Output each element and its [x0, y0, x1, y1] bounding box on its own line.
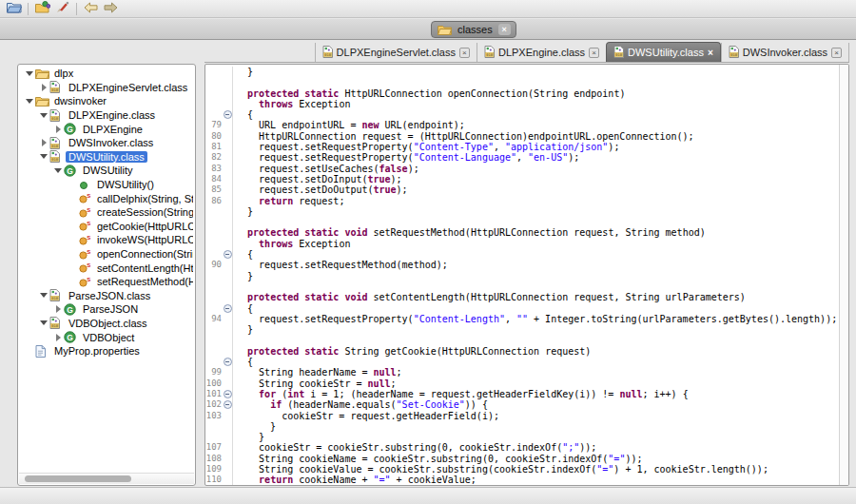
close-icon[interactable]: × [459, 48, 470, 58]
code-line: { [205, 249, 839, 260]
svg-text:010: 010 [324, 51, 332, 56]
code-text: String cookieName = cookieStr.substring(… [233, 454, 642, 464]
tree-item-label: getCookie(HttpURLCon [94, 221, 193, 232]
expand-arrow-icon[interactable] [38, 139, 49, 146]
code-text: protected static void setContentLength(H… [233, 292, 746, 302]
static-method-icon: S [78, 192, 92, 204]
svg-text:010: 010 [51, 87, 59, 92]
tree-horizontal-scrollbar[interactable] [19, 473, 194, 484]
fold-gutter [223, 442, 233, 453]
expand-arrow-icon[interactable] [52, 126, 64, 133]
scrollbar-thumb[interactable] [25, 475, 131, 482]
code-line: } [205, 271, 839, 281]
back-icon [84, 2, 98, 16]
collapse-arrow-icon[interactable] [24, 99, 35, 104]
expand-arrow-icon[interactable] [38, 84, 49, 91]
main-tab-label: classes [457, 24, 493, 35]
tree-item-dwsutility[interactable]: GDWSUtility [18, 164, 193, 178]
collapse-arrow-icon[interactable] [24, 71, 35, 76]
tree-item-dwsutility-[interactable]: DWSUtility() [18, 178, 193, 192]
close-icon[interactable]: × [708, 48, 713, 58]
class-file-icon: 010 [49, 289, 64, 301]
editor-tab-label: DLPXEngineServlet.class [337, 47, 456, 58]
editor-vertical-scrollbar[interactable] [839, 65, 848, 485]
tree-item-openconnection-string-[interactable]: SopenConnection(String) [18, 247, 193, 262]
class-icon: G [64, 165, 78, 177]
tree-item-label: MyProp.properties [51, 345, 143, 357]
tree-item-dlpxengine-class[interactable]: 010DLPXEngine.class [18, 108, 193, 123]
triangle-glyph [42, 84, 47, 91]
tree-item-vdbobject[interactable]: GVDBObject [18, 330, 193, 344]
collapse-arrow-icon[interactable] [38, 320, 49, 325]
line-number: 103 [205, 411, 222, 421]
editor-tab-label: DWSInvoker.class [743, 47, 827, 58]
class-file-icon: 010 [49, 137, 64, 149]
collapse-arrow-icon[interactable] [38, 113, 49, 118]
tree-item-dwsinvoker[interactable]: dwsinvoker [18, 94, 193, 108]
expand-arrow-icon[interactable] [52, 305, 64, 313]
expand-arrow-icon[interactable] [52, 334, 64, 341]
fold-collapse-icon[interactable] [223, 357, 233, 367]
line-number: 82 [205, 152, 222, 163]
svg-text:010: 010 [615, 51, 623, 56]
tree-item-label: createSession(String, St [94, 206, 193, 218]
line-number: 107 [205, 442, 222, 453]
close-icon[interactable]: × [498, 24, 511, 35]
triangle-glyph [40, 113, 48, 118]
tree-item-createsession-string-st[interactable]: ScreateSession(String, St [18, 205, 193, 220]
code-line: 103 cookieStr = request.getHeaderField(i… [205, 411, 839, 421]
tree-item-calldelphix-string-strin[interactable]: ScallDelphix(String, Strin [18, 191, 193, 205]
open-file-button[interactable] [4, 1, 24, 17]
tree-item-setcontentlength-http[interactable]: SsetContentLength(Http [18, 261, 193, 275]
code-line: } [205, 421, 839, 432]
code-line: throws Exception [205, 99, 839, 109]
editor-tab-dlpxengine-class[interactable]: 010DLPXEngine.class× [477, 43, 606, 62]
tree-item-dlpxengine[interactable]: GDLPXEngine [18, 122, 193, 136]
fold-collapse-icon[interactable] [223, 109, 233, 120]
line-number: 110 [205, 475, 222, 485]
tree-item-dlpxengineservlet-class[interactable]: 010DLPXEngineServlet.class [18, 81, 193, 95]
code-text: { [233, 303, 253, 314]
fold-collapse-icon[interactable] [223, 303, 233, 314]
editor-tab-dwsutility-class[interactable]: 010DWSUtility.class× [606, 42, 721, 62]
fold-collapse-icon[interactable] [223, 389, 233, 399]
editor-tab-dlpxengineservlet-class[interactable]: 010DLPXEngineServlet.class× [315, 43, 477, 62]
toolbar-separator [76, 3, 77, 15]
close-icon[interactable]: × [831, 48, 842, 58]
tree-item-myprop-properties[interactable]: MyProp.properties [18, 344, 193, 359]
tree-item-setrequestmethod-http[interactable]: SsetRequestMethod(Http [18, 275, 193, 289]
open-type-button[interactable] [32, 1, 52, 17]
tree-item-getcookie-httpurlcon[interactable]: SgetCookie(HttpURLCon [18, 220, 193, 234]
static-method-icon: S [78, 206, 92, 219]
editor-tab-dwsinvoker-class[interactable]: 010DWSInvoker.class× [721, 43, 849, 62]
paintbrush-button[interactable] [52, 1, 72, 17]
tree-item-parsejson[interactable]: GParseJSON [18, 302, 193, 317]
collapse-arrow-icon[interactable] [52, 168, 64, 173]
editor-tab-label: DWSUtility.class [628, 47, 704, 58]
code-line: 102 if (headerName.equals("Set-Cookie"))… [205, 399, 839, 410]
back-button[interactable] [81, 1, 101, 17]
line-number: 86 [205, 196, 222, 206]
tree-item-dwsinvoker-class[interactable]: 010DWSInvoker.class [18, 136, 193, 150]
line-number: 83 [205, 164, 222, 174]
fold-collapse-icon[interactable] [223, 399, 233, 410]
tree-item-vdbobject-class[interactable]: 010VDBObject.class [18, 317, 193, 331]
tree-item-dwsutility-class[interactable]: 010DWSUtility.class [18, 150, 193, 165]
tree-item-parsejson-class[interactable]: 010ParseJSON.class [18, 289, 193, 303]
static-method-icon: S [78, 234, 92, 246]
code-text: } [233, 67, 253, 77]
main-tab-classes[interactable]: classes × [431, 21, 516, 38]
tree-item-invokews-httpurlconn[interactable]: SinvokeWS(HttpURLConn [18, 233, 193, 247]
line-number: 109 [205, 464, 222, 475]
class-file-icon: 010 [613, 46, 624, 60]
collapse-arrow-icon[interactable] [38, 154, 49, 159]
code-area[interactable]: } protected static HttpURLConnection ope… [205, 67, 839, 486]
fold-collapse-icon[interactable] [223, 249, 233, 260]
close-icon[interactable]: × [589, 48, 599, 58]
fold-gutter [223, 378, 233, 389]
code-editor-panel[interactable]: } protected static HttpURLConnection ope… [204, 64, 849, 486]
tree-item-dlpx[interactable]: dlpx [18, 67, 193, 81]
code-text: request.setRequestMethod(method); [233, 260, 448, 270]
forward-button[interactable] [101, 1, 121, 17]
collapse-arrow-icon[interactable] [38, 293, 49, 298]
